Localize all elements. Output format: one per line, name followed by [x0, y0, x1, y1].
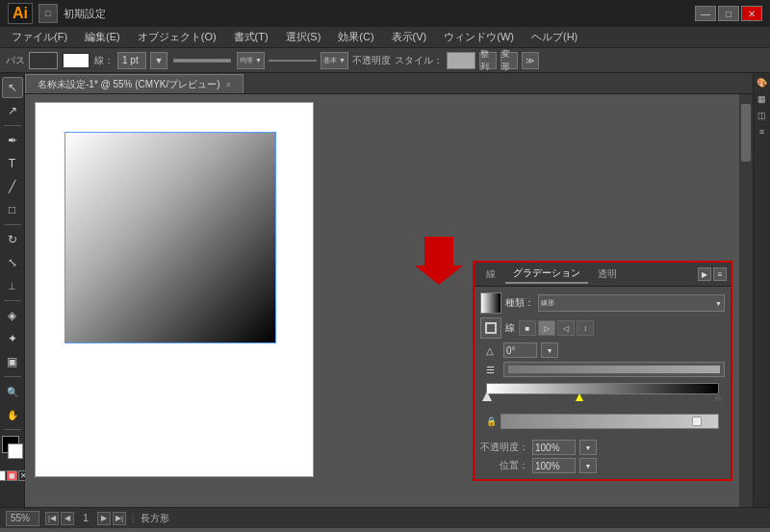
aspect-input[interactable] [503, 362, 725, 377]
gradient-stop-right[interactable] [713, 392, 723, 403]
opacity-input[interactable]: 100% [532, 440, 576, 455]
tool-options-bar: パス 線： 1 pt ▼ 均等 ▼ 基本 ▼ 不透明度 スタイル： 整列 変形 … [0, 48, 770, 73]
fill-swatch[interactable] [29, 52, 58, 69]
menu-effect[interactable]: 効果(C) [330, 28, 381, 46]
direct-select-tool[interactable] [2, 100, 23, 121]
selected-object[interactable] [64, 132, 276, 343]
minimize-button[interactable]: — [695, 6, 716, 21]
layers-button[interactable]: ≡ [755, 124, 770, 139]
panel-tab-transparency[interactable]: 透明 [590, 266, 625, 283]
left-toolbar: □ ◼ ✕ [0, 73, 25, 507]
angle-row: △ 0° ▼ [480, 342, 725, 358]
gradient-full-bar[interactable] [500, 414, 719, 429]
stroke-down-button[interactable]: ▼ [150, 52, 167, 69]
active-tab[interactable]: 名称未設定-1* @ 55% (CMYK/プレビュー) × [25, 74, 244, 93]
menu-edit[interactable]: 編集(E) [77, 28, 128, 46]
opacity-row: 不透明度： 100% ▼ [480, 440, 725, 455]
stroke-style1-arrow: ▼ [255, 57, 262, 63]
menu-window[interactable]: ウィンドウ(W) [436, 28, 522, 46]
gradient-slider-row: 🔒 [486, 414, 719, 433]
hand-tool[interactable] [2, 404, 23, 425]
panel-controls: ▶ ≡ [698, 267, 727, 281]
stroke-panel-button[interactable]: ◫ [755, 108, 770, 123]
panel-collapse-button[interactable]: ▶ [698, 267, 711, 281]
menu-select[interactable]: 選択(S) [278, 28, 329, 46]
gradient-apply-stroke1[interactable]: ▷ [538, 320, 555, 336]
stroke-value[interactable]: 1 pt [117, 52, 146, 69]
menu-bar: ファイル(F) 編集(E) オブジェクト(O) 書式(T) 選択(S) 効果(C… [0, 27, 770, 48]
stroke-style-dropdown2[interactable]: 基本 ▼ [321, 52, 348, 69]
arrow-indicator [405, 232, 463, 291]
stroke-icons-row: 線 ■ ▷ ◁ ↕ [480, 317, 725, 339]
gradient-position-stop[interactable] [692, 417, 702, 426]
eyedropper-tool[interactable] [2, 328, 23, 349]
style-swatch[interactable] [447, 52, 475, 69]
transform-btn[interactable]: 変形 [500, 52, 518, 69]
menu-format[interactable]: 書式(T) [226, 28, 276, 46]
position-input[interactable]: 100% [532, 458, 576, 473]
menu-help[interactable]: ヘルプ(H) [524, 28, 585, 46]
status-text: 長方形 [141, 512, 169, 525]
color-mode-gradient[interactable]: ◼ [7, 470, 17, 481]
scroll-thumb[interactable] [741, 104, 751, 162]
color-mode-color[interactable]: □ [0, 470, 6, 481]
stroke-label: 線： [94, 54, 114, 67]
status-bar: 55% |◀ ◀ 1 ▶ ▶| | 長方形 [0, 507, 770, 528]
opacity-label: 不透明度： [480, 441, 528, 454]
close-button[interactable]: ✕ [741, 6, 762, 21]
panel-tab-gradient[interactable]: グラデーション [505, 265, 588, 284]
select-tool[interactable] [2, 77, 23, 98]
opacity-dropdown[interactable]: ▼ [579, 440, 597, 455]
background-color[interactable] [8, 443, 23, 459]
main-area: □ ◼ ✕ 名称未設定-1* @ 55% (CMYK/プレビュー) × [0, 73, 770, 507]
gradient-bar-container: 🔒 [480, 381, 725, 437]
zoom-tool[interactable] [2, 381, 23, 402]
panel-menu-button[interactable]: ≡ [713, 267, 727, 281]
gradient-stop-left[interactable] [482, 392, 492, 403]
rect-tool[interactable] [2, 199, 23, 220]
position-dropdown[interactable]: ▼ [579, 458, 597, 473]
last-page-button[interactable]: ▶| [113, 512, 126, 525]
menu-view[interactable]: 表示(V) [384, 28, 435, 46]
first-page-button[interactable]: |◀ [45, 512, 59, 525]
stroke-swatch[interactable] [62, 52, 90, 69]
pen-tool[interactable] [2, 130, 23, 151]
stroke-style2-label: 基本 [323, 56, 337, 65]
canvas-scrollbar[interactable] [739, 94, 753, 507]
line-tool[interactable] [2, 176, 23, 197]
swatches-button[interactable]: ▦ [755, 91, 770, 107]
shear-tool[interactable] [2, 275, 23, 296]
gradient-preview-swatch[interactable] [480, 292, 501, 314]
align-btn[interactable]: 整列 [479, 52, 497, 69]
gradient-apply-stroke2[interactable]: ◁ [557, 320, 575, 336]
type-tool[interactable] [2, 153, 23, 174]
gradient-apply-fill[interactable]: ■ [519, 320, 536, 336]
zoom-box[interactable]: 55% [6, 511, 39, 526]
toolbar-separator-3 [4, 300, 21, 301]
more-btn[interactable]: ≫ [522, 52, 539, 69]
panel-tab-bar: 線 グラデーション 透明 ▶ ≡ [475, 263, 731, 287]
stroke-style-preview1 [173, 59, 231, 63]
panel-tab-stroke[interactable]: 線 [478, 266, 503, 283]
tab-close-button[interactable]: × [226, 80, 231, 89]
gradient-midpoint[interactable] [576, 393, 583, 403]
aspect-slider[interactable] [508, 366, 720, 373]
angle-input[interactable]: 0° [503, 342, 537, 358]
stroke-icon[interactable] [480, 317, 501, 339]
color-panel-button[interactable]: 🎨 [755, 75, 770, 90]
position-label: 位置： [480, 459, 528, 472]
menu-file[interactable]: ファイル(F) [4, 28, 75, 46]
maximize-button[interactable]: □ [718, 6, 739, 21]
menu-object[interactable]: オブジェクト(O) [130, 28, 224, 46]
next-page-button[interactable]: ▶ [97, 512, 111, 525]
scale-tool[interactable] [2, 252, 23, 273]
blend-tool[interactable] [2, 305, 23, 326]
gradient-apply-stroke3[interactable]: ↕ [577, 320, 594, 336]
document-canvas [35, 102, 314, 477]
gradient-type-select[interactable]: 線形 ▼ [538, 294, 725, 312]
rotate-tool[interactable] [2, 229, 23, 250]
angle-dropdown[interactable]: ▼ [541, 342, 558, 358]
fill-tool[interactable] [2, 351, 23, 372]
stroke-style-dropdown1[interactable]: 均等 ▼ [237, 52, 265, 69]
prev-page-button[interactable]: ◀ [61, 512, 74, 525]
